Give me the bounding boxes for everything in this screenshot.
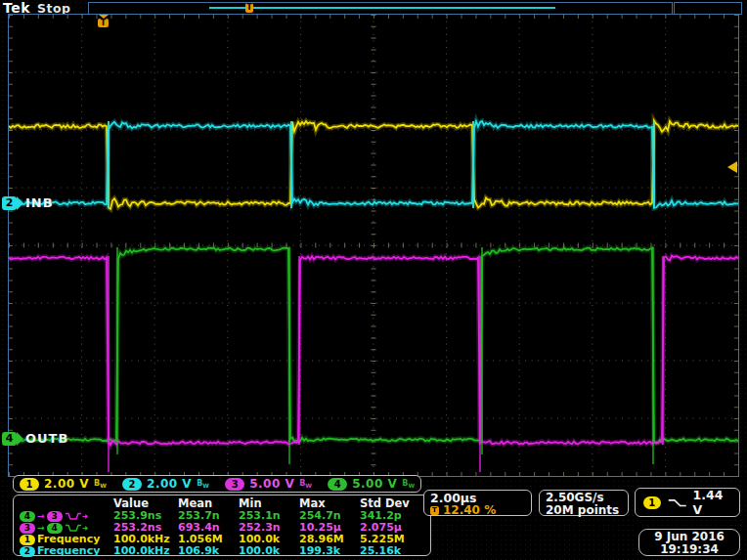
channel-badge: 3 [20, 523, 35, 534]
trigger-level: 1.44 V [693, 488, 731, 517]
record-length: 20M points [546, 504, 622, 517]
measurement-label: 4→3 [20, 510, 113, 522]
channel-2-marker-arrow-icon [17, 196, 23, 210]
trigger-source-badge: 1 [643, 496, 661, 509]
horizontal-box: 2.00µs T 12.40 % [423, 490, 532, 516]
measurement-value: 25.16k [360, 545, 424, 557]
scope-screen: Tek Stop T T 2 INB 4 OUTB 12.00 VBW22.00… [0, 0, 747, 560]
measurement-row: 2Frequency100.0kHz106.9k100.0k199.3k25.1… [20, 545, 430, 557]
measurement-value: 100.0k [239, 545, 299, 557]
trigger-level-arrow-icon [727, 161, 737, 173]
channel-scale: 2.00 V [44, 477, 89, 491]
arrow-icon: → [37, 511, 45, 522]
channel-scale: 5.00 V [352, 477, 397, 491]
bandwidth-limit-icon: BW [197, 479, 209, 489]
record-window-indicator [209, 7, 555, 9]
measurement-rows: 4→3253.9ns253.7n253.1n254.7n341.2p3→4253… [20, 510, 430, 557]
measurement-label: 2Frequency [20, 545, 113, 557]
measurement-table: Value Mean Min Max Std Dev 4→3253.9ns253… [13, 495, 431, 556]
channel-readout-bar: 12.00 VBW22.00 VBW35.00 VBW45.00 VBW [13, 475, 421, 493]
channel-2-position-marker: 2 INB [2, 195, 54, 210]
channel-1-readout: 12.00 VBW [20, 477, 107, 491]
channel-2-label: INB [25, 195, 54, 210]
trigger-position-readout: T 12.40 % [430, 504, 525, 516]
falling-edge-icon [667, 496, 687, 509]
trigger-t-badge: T [98, 19, 109, 27]
channel-badge: 1 [20, 478, 39, 491]
waveform-svg [9, 15, 738, 476]
channel-badge: 1 [20, 535, 35, 545]
delay-measure-icon [65, 523, 90, 534]
channel-badge: 4 [47, 523, 63, 534]
measurement-value: 199.3k [299, 545, 360, 557]
measurement-value: 100.0kHz [113, 545, 178, 557]
record-trigger-icon: T [245, 3, 253, 13]
channel-4-position-marker: 4 OUTB [2, 431, 68, 446]
channel-scale: 5.00 V [249, 477, 294, 491]
trigger-position-marker-icon: T [97, 15, 110, 27]
channel-2-readout: 22.00 VBW [122, 477, 209, 491]
trigger-position-percent: 12.40 % [443, 504, 496, 516]
channel-4-label: OUTB [25, 431, 68, 446]
delay-measure-icon [65, 511, 90, 522]
time-label: 19:19:34 [645, 543, 733, 556]
channel-badge: 4 [328, 478, 347, 491]
channel-4-readout: 45.00 VBW [328, 477, 415, 491]
measurement-name: Frequency [37, 545, 100, 557]
channel-3-readout: 35.00 VBW [225, 477, 312, 491]
channel-badge: 3 [47, 511, 63, 522]
channel-badge: 2 [122, 478, 142, 491]
channel-2-badge: 2 [2, 196, 17, 210]
datetime-box: 9 Jun 2016 19:19:34 [638, 529, 740, 556]
channel-badge: 2 [20, 546, 35, 557]
channel-badge: 4 [20, 511, 35, 522]
measurement-value: 106.9k [178, 545, 239, 557]
channel-scale: 2.00 V [147, 477, 192, 491]
bandwidth-limit-icon: BW [94, 479, 107, 489]
channel-4-marker-arrow-icon [17, 432, 23, 446]
trigger-box: 1 1.44 V [635, 488, 740, 517]
bandwidth-limit-icon: BW [402, 479, 415, 489]
acquisition-box: 2.50GS/s 20M points [539, 490, 629, 516]
measurement-header-spacer [20, 497, 113, 510]
arrow-icon: → [37, 523, 45, 534]
trigger-t-icon: T [430, 506, 439, 515]
graticule [8, 14, 739, 477]
bandwidth-limit-icon: BW [299, 479, 312, 489]
channel-badge: 3 [225, 478, 244, 491]
channel-4-badge: 4 [2, 432, 17, 446]
